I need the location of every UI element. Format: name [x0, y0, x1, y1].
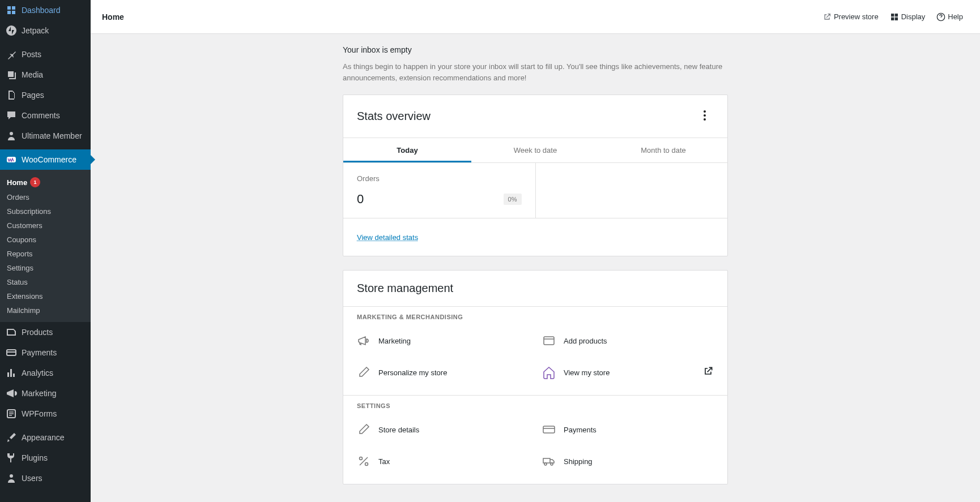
sidebar-sub-label: Mailchimp	[7, 306, 40, 315]
stat-change-badge: 0%	[504, 194, 522, 205]
sidebar-sub-customers[interactable]: Customers	[0, 218, 91, 233]
mgmt-item-marketing[interactable]: Marketing	[350, 325, 535, 357]
sidebar-item-label: Ultimate Member	[22, 131, 82, 140]
help-button[interactable]: Help	[931, 9, 969, 25]
sidebar-item-label: Products	[22, 328, 53, 337]
stat-cell-orders[interactable]: Orders 0 0%	[343, 163, 536, 218]
svg-point-1	[10, 132, 13, 135]
mgmt-item-personalize[interactable]: Personalize my store	[350, 357, 535, 388]
sidebar-item-products[interactable]: Products	[0, 322, 91, 342]
more-vertical-icon	[698, 109, 711, 122]
mgmt-item-tax[interactable]: Tax	[350, 445, 535, 477]
inbox-description: As things begin to happen in your store …	[343, 61, 728, 83]
mgmt-label: View my store	[564, 368, 694, 377]
svg-point-19	[551, 463, 553, 465]
sidebar-sub-reports[interactable]: Reports	[0, 247, 91, 261]
svg-point-18	[544, 463, 547, 465]
inbox-empty-notice: Your inbox is empty As things begin to h…	[343, 45, 728, 83]
sidebar-item-label: Dashboard	[22, 6, 61, 15]
sidebar-sub-label: Reports	[7, 250, 33, 258]
tab-week[interactable]: Week to date	[471, 138, 599, 162]
dashboard-icon	[6, 5, 17, 16]
mgmt-item-store-details[interactable]: Store details	[350, 414, 535, 445]
megaphone-icon	[357, 334, 370, 347]
sidebar-item-label: Comments	[22, 111, 60, 120]
pin-icon	[6, 49, 17, 60]
sidebar-sub-mailchimp[interactable]: Mailchimp	[0, 303, 91, 317]
brush-icon	[6, 432, 17, 443]
sidebar-item-ultimate-member[interactable]: Ultimate Member	[0, 126, 91, 146]
mgmt-label: Payments	[564, 426, 714, 434]
svg-point-5	[10, 474, 13, 478]
svg-point-13	[704, 118, 706, 121]
media-icon	[6, 69, 17, 80]
mgmt-item-view-store[interactable]: View my store	[535, 357, 721, 388]
sidebar-sub-home[interactable]: Home 1	[0, 174, 91, 190]
card-menu-button[interactable]	[696, 106, 714, 126]
sidebar-sub-status[interactable]: Status	[0, 275, 91, 289]
mgmt-item-add-products[interactable]: Add products	[535, 325, 721, 357]
sidebar-sub-label: Customers	[7, 221, 42, 230]
display-icon	[890, 12, 899, 22]
sidebar-item-dashboard[interactable]: Dashboard	[0, 0, 91, 20]
sidebar-item-posts[interactable]: Posts	[0, 44, 91, 65]
svg-point-16	[360, 457, 363, 460]
topbar: Home Preview store Display Help	[91, 0, 980, 34]
tab-month[interactable]: Month to date	[599, 138, 727, 162]
sidebar-item-wpforms[interactable]: WPForms	[0, 404, 91, 424]
jetpack-icon	[6, 25, 17, 36]
mgmt-label: Store details	[378, 426, 529, 434]
help-icon	[936, 12, 945, 22]
tab-today[interactable]: Today	[343, 138, 471, 162]
mgmt-item-payments[interactable]: Payments	[535, 414, 721, 445]
mgmt-label: Shipping	[564, 457, 714, 466]
svg-point-17	[365, 463, 368, 466]
stats-overview-card: Stats overview Today Week to date Month …	[343, 95, 728, 256]
sidebar-item-pages[interactable]: Pages	[0, 85, 91, 105]
sidebar-sub-label: Status	[7, 278, 28, 286]
svg-rect-8	[891, 17, 894, 20]
page-title: Home	[102, 12, 124, 22]
sidebar-sub-subscriptions[interactable]: Subscriptions	[0, 204, 91, 218]
view-detailed-stats-link[interactable]: View detailed stats	[357, 233, 418, 242]
svg-point-12	[704, 114, 706, 117]
sidebar-item-users[interactable]: Users	[0, 468, 91, 488]
sidebar-item-label: Pages	[22, 91, 44, 100]
sidebar-item-comments[interactable]: Comments	[0, 105, 91, 126]
plug-icon	[6, 452, 17, 464]
svg-point-0	[6, 25, 16, 36]
person-icon	[6, 130, 17, 141]
sidebar-item-appearance[interactable]: Appearance	[0, 427, 91, 448]
stat-value: 0	[357, 192, 364, 207]
svg-point-11	[704, 110, 706, 113]
preview-store-button[interactable]: Preview store	[817, 9, 884, 25]
comment-icon	[6, 110, 17, 121]
sidebar-sub-label: Settings	[7, 264, 33, 272]
sidebar-item-analytics[interactable]: Analytics	[0, 363, 91, 383]
truck-icon	[542, 454, 556, 468]
sidebar-sub-orders[interactable]: Orders	[0, 190, 91, 204]
sidebar-sub-coupons[interactable]: Coupons	[0, 233, 91, 247]
sidebar-sub-settings[interactable]: Settings	[0, 261, 91, 275]
sidebar-sub-label: Extensions	[7, 292, 43, 301]
button-label: Preview store	[834, 12, 879, 21]
sidebar-sub-extensions[interactable]: Extensions	[0, 289, 91, 303]
pencil-icon	[357, 366, 370, 379]
sidebar-item-label: Marketing	[22, 389, 56, 398]
percent-icon	[357, 454, 370, 468]
sidebar-item-woocommerce[interactable]: WooCommerce	[0, 149, 91, 170]
mgmt-label: Personalize my store	[378, 368, 529, 377]
sidebar-item-media[interactable]: Media	[0, 65, 91, 85]
section-label-settings: SETTINGS	[343, 396, 727, 409]
sidebar-item-label: Media	[22, 70, 43, 79]
store-management-card: Store management MARKETING & MERCHANDISI…	[343, 270, 728, 484]
count-badge: 1	[30, 177, 40, 187]
sidebar-item-marketing[interactable]: Marketing	[0, 383, 91, 404]
sidebar-sub-label: Coupons	[7, 235, 36, 244]
mgmt-label: Tax	[378, 457, 529, 466]
mgmt-item-shipping[interactable]: Shipping	[535, 445, 721, 477]
sidebar-item-payments[interactable]: Payments	[0, 342, 91, 363]
display-button[interactable]: Display	[884, 9, 931, 25]
sidebar-item-jetpack[interactable]: Jetpack	[0, 20, 91, 41]
sidebar-item-plugins[interactable]: Plugins	[0, 448, 91, 468]
